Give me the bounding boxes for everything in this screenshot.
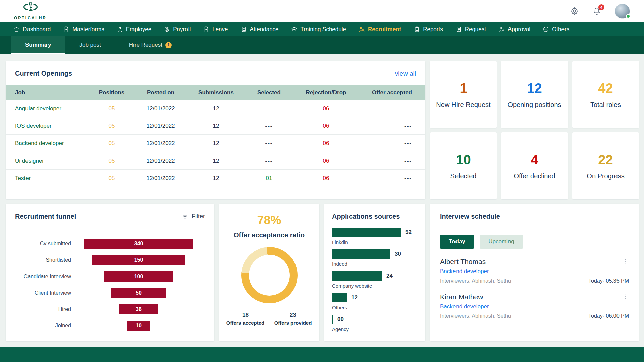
rejection-cell: 06 [290, 105, 362, 112]
job-link[interactable]: IOS developer [6, 123, 86, 129]
acceptance-title: Offer acceptance ratio [219, 231, 319, 239]
col-positions: Positions [86, 89, 137, 96]
avatar[interactable] [615, 4, 630, 19]
nav-item-reports[interactable]: Reports [414, 26, 443, 33]
source-value: 00 [337, 316, 344, 323]
stat-value: 12 [527, 81, 542, 96]
nav-label: Others [552, 26, 569, 33]
table-row[interactable]: Angular developer 05 12/01/2022 12 --- 0… [6, 100, 425, 117]
nav-item-payroll[interactable]: Payroll [164, 26, 191, 33]
col-job: Job [6, 89, 86, 96]
submissions-cell: 12 [184, 105, 248, 112]
job-link[interactable]: Backend developer [6, 140, 86, 147]
graduation-cap-icon [291, 26, 298, 33]
col-offer-accepted: Offer accepted [362, 89, 425, 96]
posted-on-cell: 12/01/2022 [137, 140, 184, 147]
candidate-role-link[interactable]: Backend developer [440, 268, 489, 275]
nav-item-request[interactable]: Request [455, 26, 486, 33]
schedule-title: Interview schedule [440, 213, 500, 220]
openings-table-header: Job Positions Posted on Submissions Sele… [6, 85, 425, 100]
funnel-label: Joined [6, 323, 77, 329]
tab-label: Hire Request [129, 42, 162, 48]
source-bar-row: 00 [332, 315, 417, 324]
today-tab[interactable]: Today [440, 235, 474, 249]
submissions-cell: 12 [184, 175, 248, 182]
bell-icon[interactable]: 4 [592, 7, 601, 16]
source-bar [332, 315, 333, 324]
stat-label: Offer declined [514, 172, 555, 180]
interviewers-text: Interviewers: Abhinash, Sethu [440, 313, 511, 319]
job-link[interactable]: Angular developer [6, 105, 86, 112]
stat-total-roles[interactable]: 42 Total roles [572, 61, 639, 128]
job-link[interactable]: Tester [6, 175, 86, 182]
col-posted-on: Posted on [137, 89, 184, 96]
submissions-cell: 12 [184, 123, 248, 129]
stat-label: New Hire Request [436, 101, 490, 109]
acceptance-stats: 18 Offers accepted 23 Offers provided [219, 311, 319, 327]
nav-item-masterforms[interactable]: Masterforms [63, 26, 104, 33]
offers-provided-value: 23 [269, 311, 317, 319]
nav-item-training-schedule[interactable]: Training Schedule [291, 26, 346, 33]
table-row[interactable]: Tester 05 12/01/2022 12 01 06 --- [6, 170, 425, 187]
table-row[interactable]: Ui designer 05 12/01/2022 12 --- 06 --- [6, 152, 425, 170]
source-bar [332, 249, 390, 259]
opticalhr-logo[interactable]: OPTICALHR [14, 2, 47, 20]
source-bar-row: 24 [332, 271, 417, 281]
source-label: Indeed [332, 261, 417, 267]
rejection-cell: 06 [290, 140, 362, 147]
funnel-label: Shortlisted [6, 257, 77, 263]
nav-label: Dashboard [23, 26, 51, 33]
candidate-role-link[interactable]: Backend developer [440, 303, 489, 310]
nav-item-approval[interactable]: Approval [498, 26, 530, 33]
rejection-cell: 06 [290, 175, 362, 182]
table-row[interactable]: IOS developer 05 12/01/2022 12 --- 06 --… [6, 117, 425, 135]
tab-summary[interactable]: Summary [11, 36, 65, 54]
nav-item-employee[interactable]: Employee [117, 26, 152, 33]
source-value: 24 [386, 273, 393, 279]
offers-accepted-stat: 18 Offers accepted [222, 311, 269, 327]
payroll-icon [164, 26, 170, 33]
job-link[interactable]: Ui designer [6, 158, 86, 164]
clipboard-list-icon [455, 26, 462, 33]
stat-opening-positions[interactable]: 12 Opening positions [501, 61, 568, 128]
nav-item-leave[interactable]: Leave [203, 26, 228, 33]
bell-glyph [592, 11, 601, 17]
nav-item-dashboard[interactable]: Dashboard [13, 26, 51, 33]
stat-label: Total roles [590, 101, 621, 109]
filter-button[interactable]: Filter [182, 213, 205, 220]
kebab-menu-icon[interactable] [622, 293, 628, 300]
offers-accepted-label: Offers accepted [222, 319, 269, 327]
nav-item-others[interactable]: Others [543, 26, 569, 33]
kebab-menu-icon[interactable] [622, 258, 628, 265]
funnel-bar: 36 [119, 304, 158, 314]
upcoming-tab[interactable]: Upcoming [480, 235, 523, 249]
table-row[interactable]: Backend developer 05 12/01/2022 12 --- 0… [6, 135, 425, 152]
stat-value: 42 [598, 81, 613, 96]
person-icon [117, 26, 123, 33]
tab-job-post[interactable]: Job post [65, 36, 115, 54]
main-nav: Dashboard Masterforms Employee Payroll L… [0, 22, 644, 36]
posted-on-cell: 12/01/2022 [137, 175, 184, 182]
stat-offer-declined[interactable]: 4 Offer declined [501, 132, 568, 199]
document-icon [63, 26, 69, 33]
funnel-bar: 150 [92, 255, 185, 265]
stat-selected[interactable]: 10 Selected [430, 132, 497, 199]
funnel-label: Candidate Interview [6, 274, 77, 280]
tab-hire-request[interactable]: Hire Request 1 [115, 36, 186, 54]
funnel-label: Client Interview [6, 290, 77, 296]
nav-item-recruitment[interactable]: Recruitment [359, 26, 401, 33]
stat-on-progress[interactable]: 22 On Progress [572, 132, 639, 199]
stat-value: 4 [531, 152, 538, 167]
recruitment-funnel-card: Recruitment funnel Filter Cv submitted 3… [6, 204, 214, 341]
nav-item-attendance[interactable]: Attendance [240, 26, 279, 33]
offer-accepted-cell: --- [362, 123, 425, 129]
posted-on-cell: 12/01/2022 [137, 123, 184, 129]
offer-accepted-cell: --- [362, 140, 425, 147]
stat-new-hire-request[interactable]: 1 New Hire Request [430, 61, 497, 128]
nav-label: Payroll [173, 26, 191, 33]
gear-icon[interactable] [570, 7, 579, 16]
topbar-actions: 4 [570, 4, 630, 19]
circle-ellipsis-icon [543, 26, 549, 33]
view-all-link[interactable]: view all [395, 70, 416, 77]
interview-time: Today- 05:35 PM [588, 278, 629, 284]
